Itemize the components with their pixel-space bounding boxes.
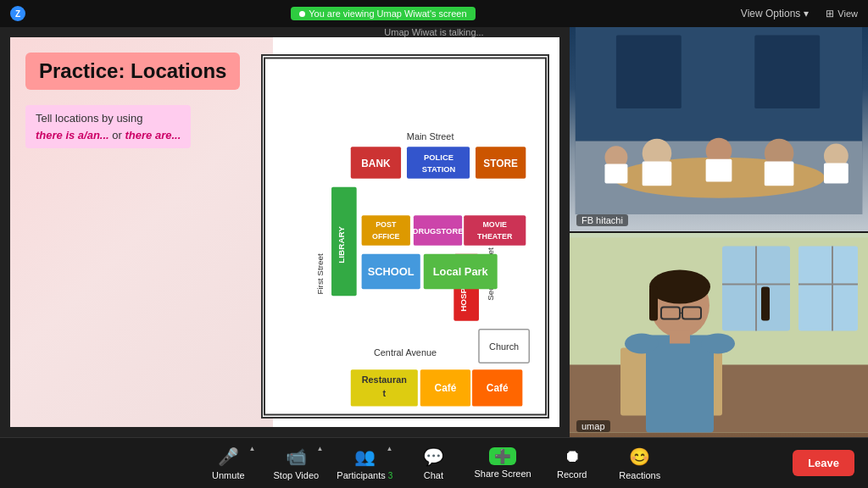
slide-background: [10, 37, 273, 427]
svg-rect-46: [824, 163, 849, 183]
share-screen-icon: ➕: [489, 447, 516, 465]
video-bottom-label: umap: [576, 420, 610, 432]
presenter-background: [570, 233, 868, 437]
chat-icon: 💬: [423, 446, 444, 467]
svg-rect-48: [604, 164, 627, 183]
reactions-icon: 😊: [629, 446, 650, 467]
participants-chevron[interactable]: ▲: [387, 445, 393, 452]
svg-rect-61: [761, 287, 770, 321]
central-avenue-label: Central Avenue: [374, 347, 437, 358]
view-label: View: [837, 8, 858, 19]
svg-rect-42: [706, 159, 732, 182]
video-feed-bottom: umap: [570, 233, 868, 437]
svg-text:OFFICE: OFFICE: [372, 232, 400, 241]
svg-rect-3: [407, 147, 470, 179]
svg-text:LIBRARY: LIBRARY: [337, 226, 346, 263]
presentation-slide: Practice: Locations Tell locations by us…: [10, 37, 559, 427]
svg-point-67: [701, 334, 735, 354]
view-options-button[interactable]: View Options ▾ ⊞ View: [741, 8, 858, 19]
svg-rect-35: [616, 36, 682, 108]
svg-rect-65: [646, 336, 714, 433]
svg-rect-68: [670, 331, 690, 344]
mic-icon: 🎤: [218, 446, 239, 467]
camera-icon: 📹: [286, 446, 307, 467]
svg-text:SCHOOL: SCHOOL: [368, 265, 415, 278]
svg-text:Café: Café: [487, 382, 509, 394]
record-icon: ⏺: [564, 446, 581, 466]
zoom-logo: Z: [10, 6, 25, 21]
toolbar: ▲ 🎤 Unmute ▲ 📹 Stop Video ▲ 👥 Participan…: [0, 437, 868, 488]
slide-title: Practice: Locations: [25, 53, 240, 90]
svg-text:Café: Café: [435, 382, 457, 394]
svg-rect-40: [643, 162, 672, 186]
svg-text:MOVIE: MOVIE: [482, 220, 507, 229]
chat-button[interactable]: 💬 Chat: [399, 438, 467, 488]
leave-button[interactable]: Leave: [793, 450, 854, 476]
unmute-chevron[interactable]: ▲: [248, 445, 255, 452]
record-label: Record: [557, 469, 587, 480]
main-street-label: Main Street: [407, 131, 454, 141]
svg-rect-51: [798, 247, 858, 331]
banner-dot: [299, 11, 305, 17]
reactions-label: Reactions: [619, 470, 660, 480]
stop-video-button[interactable]: ▲ 📹 Stop Video: [262, 438, 330, 488]
unmute-label: Unmute: [212, 470, 245, 480]
svg-text:DRUGSTORE: DRUGSTORE: [413, 227, 464, 236]
participants-button[interactable]: ▲ 👥 Participants 3: [330, 438, 399, 488]
svg-text:STATION: STATION: [422, 165, 456, 174]
talking-indicator: Umap Wiwat is talking...: [384, 27, 483, 37]
screen-share-banner: You are viewing Umap Wiwat's screen: [291, 7, 475, 20]
unmute-button[interactable]: ▲ 🎤 Unmute: [194, 438, 262, 488]
map-svg: Main Street First Street Second Street C…: [263, 56, 548, 417]
grid-view-icon[interactable]: ⊞: [826, 8, 834, 19]
reactions-button[interactable]: 😊 Reactions: [606, 438, 674, 488]
svg-text:Restauran: Restauran: [362, 374, 407, 385]
svg-text:t: t: [382, 388, 386, 398]
video-top-label: FB hitachi: [576, 214, 628, 226]
share-screen-label: Share Screen: [474, 469, 531, 479]
svg-rect-44: [765, 162, 794, 186]
meeting-room-svg: [570, 27, 868, 214]
video-chevron[interactable]: ▲: [316, 445, 323, 452]
svg-text:POST: POST: [376, 220, 397, 229]
meeting-room-background: [570, 27, 868, 231]
chat-label: Chat: [424, 470, 443, 480]
slide-subtitle: Tell locations by using there is a/an...…: [25, 105, 191, 148]
first-street-label: First Street: [315, 253, 325, 295]
participants-icon: 👥: [354, 446, 376, 467]
chevron-down-icon: ▾: [804, 8, 809, 19]
svg-text:STORE: STORE: [483, 158, 518, 169]
svg-text:THEATER: THEATER: [477, 232, 513, 241]
main-content: Practice: Locations Tell locations by us…: [0, 27, 570, 437]
svg-text:POLICE: POLICE: [424, 153, 453, 162]
svg-rect-36: [754, 36, 820, 108]
locations-map: Main Street First Street Second Street C…: [261, 54, 549, 419]
svg-point-59: [649, 270, 710, 304]
svg-rect-60: [649, 287, 658, 321]
presenter-svg: [570, 233, 868, 437]
record-button[interactable]: ⏺ Record: [538, 438, 606, 488]
svg-text:Church: Church: [489, 341, 519, 352]
video-feed-top: FB hitachi: [570, 27, 868, 231]
participants-label: Participants 3: [337, 470, 392, 480]
svg-text:Local Park: Local Park: [433, 265, 489, 278]
svg-text:BANK: BANK: [361, 158, 391, 169]
share-screen-button[interactable]: ➕ Share Screen: [467, 438, 537, 488]
svg-point-66: [625, 334, 659, 354]
stop-video-label: Stop Video: [274, 470, 320, 480]
top-bar: Z You are viewing Umap Wiwat's screen Um…: [0, 0, 868, 27]
screen-banner-text: You are viewing Umap Wiwat's screen: [309, 8, 466, 19]
right-panel: FB hitachi: [570, 27, 868, 437]
